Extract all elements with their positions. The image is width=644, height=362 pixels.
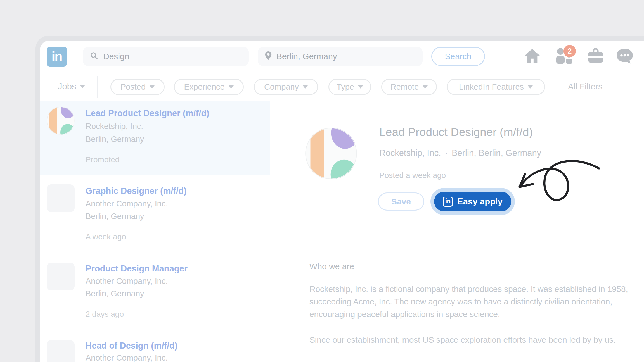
easy-apply-halo: in Easy apply xyxy=(430,188,515,215)
detail-company: Rocketship, Inc. xyxy=(379,148,441,158)
all-filters-button[interactable]: All Filters xyxy=(568,79,602,94)
chevron-down-icon xyxy=(303,85,308,89)
easy-apply-label: Easy apply xyxy=(457,197,503,207)
filter-divider-left xyxy=(97,76,98,98)
pill-label: Experience xyxy=(184,82,224,92)
pill-label: Posted xyxy=(120,82,146,92)
keyword-search-field[interactable] xyxy=(83,47,249,66)
filter-pill-type[interactable]: Type xyxy=(328,79,371,95)
chevron-down-icon xyxy=(358,85,363,89)
job-meta: A week ago xyxy=(86,232,126,241)
detail-job-title: Lead Product Designer (m/f/d) xyxy=(379,126,533,139)
job-company: Rocketship, Inc. xyxy=(86,122,143,131)
pill-label: Company xyxy=(264,82,299,92)
company-avatar-placeholder xyxy=(47,184,75,212)
job-detail-pane: Lead Product Designer (m/f/d) Rocketship… xyxy=(270,101,644,362)
home-icon[interactable] xyxy=(522,48,542,64)
job-company: Another Company, Inc. xyxy=(86,353,168,362)
chevron-down-icon xyxy=(150,85,155,89)
job-location: Berlin, Germany xyxy=(86,289,144,298)
app-window: in Search xyxy=(40,41,644,362)
messaging-icon[interactable] xyxy=(615,48,634,64)
chevron-down-icon xyxy=(229,85,234,89)
chevron-down-icon xyxy=(80,85,85,88)
search-icon xyxy=(90,51,99,61)
description-paragraph: Rocketship, Inc. is a fictional company … xyxy=(309,283,644,320)
filter-divider-right xyxy=(556,76,556,98)
job-meta: 2 days ago xyxy=(86,310,124,319)
detail-location: Berlin, Berlin, Germany xyxy=(452,148,541,158)
linkedin-in-icon: in xyxy=(443,197,453,207)
easy-apply-button[interactable]: in Easy apply xyxy=(434,192,511,211)
description-paragraph: Since our establishment, most US space e… xyxy=(309,334,644,346)
location-input[interactable] xyxy=(276,52,416,61)
pill-label: Type xyxy=(337,82,354,92)
browser-window-frame: in Search xyxy=(35,36,644,362)
header-divider xyxy=(40,73,644,73)
job-title-link[interactable]: Lead Product Designer (m/f/d) xyxy=(86,108,209,118)
search-button[interactable]: Search xyxy=(431,47,485,66)
list-divider xyxy=(86,329,270,329)
notification-badge: 2 xyxy=(564,45,576,57)
job-location: Berlin, Germany xyxy=(86,135,144,144)
scope-label: Jobs xyxy=(58,82,76,92)
company-avatar xyxy=(47,107,75,135)
detail-posted: Posted a week ago xyxy=(379,171,446,180)
chevron-down-icon xyxy=(528,85,533,89)
filter-pill-experience[interactable]: Experience xyxy=(174,79,244,95)
section-heading-who-we-are: Who we are xyxy=(309,262,354,271)
chevron-down-icon xyxy=(423,85,428,89)
pill-label: Remote xyxy=(390,82,419,92)
company-avatar-placeholder xyxy=(47,340,75,362)
job-company: Another Company, Inc. xyxy=(86,277,168,286)
company-avatar-large xyxy=(305,128,357,179)
location-pin-icon xyxy=(265,51,272,62)
filter-pill-linkedin-features[interactable]: LinkedIn Features xyxy=(447,79,545,95)
filter-pill-company[interactable]: Company xyxy=(254,79,318,95)
jobs-briefcase-icon[interactable] xyxy=(586,48,605,64)
location-search-field[interactable] xyxy=(258,47,423,66)
pill-label: LinkedIn Features xyxy=(459,82,524,92)
keyword-input[interactable] xyxy=(103,52,242,61)
company-avatar-placeholder xyxy=(47,263,75,290)
dot-separator: · xyxy=(445,148,448,158)
screen: in Search xyxy=(0,0,644,362)
job-title-link[interactable]: Graphic Designer (m/f/d) xyxy=(86,186,187,196)
save-button[interactable]: Save xyxy=(378,192,424,211)
description-paragraph: Rocketship's days science is focused on … xyxy=(309,359,644,362)
job-company: Another Company, Inc. xyxy=(86,199,168,208)
detail-company-location: Rocketship, Inc.·Berlin, Berlin, Germany xyxy=(379,148,541,158)
job-list-pane: Lead Product Designer (m/f/d) Rocketship… xyxy=(40,101,270,362)
scope-dropdown-jobs[interactable]: Jobs xyxy=(58,79,85,94)
job-meta: Promoted xyxy=(86,155,119,164)
linkedin-logo[interactable]: in xyxy=(47,47,67,67)
job-title-link[interactable]: Head of Design (m/f/d) xyxy=(86,341,177,351)
filter-pill-remote[interactable]: Remote xyxy=(381,79,437,95)
job-title-link[interactable]: Product Design Manager xyxy=(86,264,188,274)
detail-divider xyxy=(303,234,596,234)
job-location: Berlin, Germany xyxy=(86,212,144,221)
filter-pill-posted[interactable]: Posted xyxy=(110,79,165,95)
list-divider xyxy=(86,251,270,251)
